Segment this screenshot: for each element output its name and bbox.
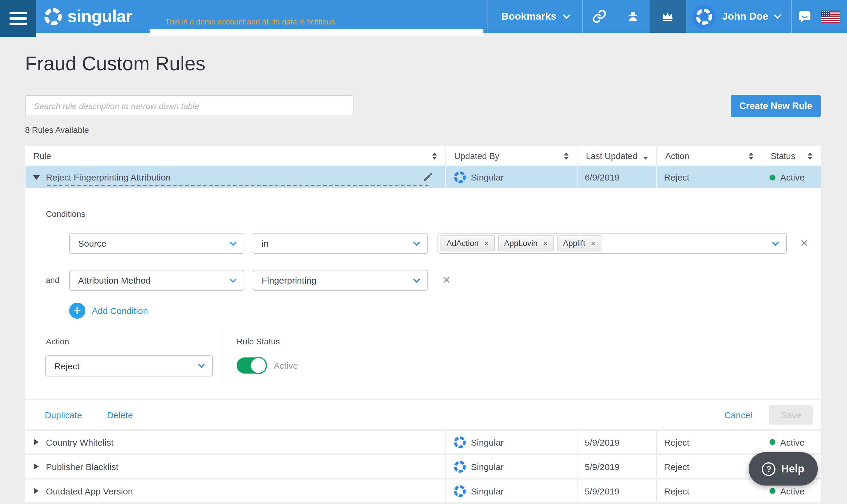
singular-swirl-icon [453,460,467,473]
sort-icon[interactable] [808,152,812,159]
rule-name-cell: Reject Fingerprinting Attribution [25,166,445,188]
tag-applift[interactable]: Applift × [557,235,601,251]
chevron-down-icon [230,276,236,283]
rules-count: 8 Rules Available [25,125,89,134]
tag-label: Applift [563,239,585,248]
link-icon [592,9,607,24]
tag-remove-icon[interactable]: × [484,239,489,247]
sort-icon[interactable] [432,152,437,159]
tag-label: AppLovin [504,239,537,248]
cancel-button[interactable]: Cancel [724,410,752,420]
condition1-operator-select[interactable]: in [253,233,428,254]
rule-name-cell: Publisher Blacklist [25,455,445,478]
header-action-label: Action [665,151,689,161]
header-last-updated[interactable]: Last Updated [577,146,656,166]
sort-desc-icon[interactable] [643,157,648,160]
tracking-links-button[interactable] [583,0,616,33]
header-status-label: Status [771,151,795,161]
tag-adaction[interactable]: AdAction × [441,235,494,251]
rule-row-country-whitelist[interactable]: Country Whitelist Singular 5/9/2019 Reje… [25,431,821,453]
updated-by-value: Singular [471,462,504,471]
singular-swirl-icon [453,484,467,498]
duplicate-button[interactable]: Duplicate [45,410,82,420]
remove-condition1-button[interactable]: ✕ [800,237,809,250]
sort-icon[interactable] [564,152,569,159]
rule-name: Reject Fingerprinting Attribution [46,172,171,182]
search-input[interactable] [25,95,353,116]
fraud-suite-button[interactable] [616,0,649,33]
action-select[interactable]: Reject [45,355,213,377]
action-label: Action [46,337,69,346]
action-cell: Reject [656,431,762,453]
rule-name: Outdated App Version [46,486,133,496]
header-last-updated-label: Last Updated [586,151,637,161]
expand-arrow-icon[interactable] [34,439,39,445]
rule-row-expanded[interactable]: Reject Fingerprinting Attribution Singul… [25,166,821,188]
updated-by-cell: Singular [445,480,577,502]
action-cell: Reject [656,455,762,478]
expand-arrow-icon[interactable] [34,464,39,469]
rule-row-publisher-blacklist[interactable]: Publisher Blacklist Singular 5/9/2019 Re… [25,455,821,478]
header-updated-by[interactable]: Updated By [445,146,577,166]
menu-button[interactable] [0,0,36,37]
rule-editor-panel: Conditions Source in AdAction × AppLovin… [25,188,821,399]
singular-swirl-icon [453,435,467,449]
singular-logo-icon [43,6,63,26]
page-title: Fraud Custom Rules [25,52,205,75]
status-cell: Active [762,166,821,188]
topbar-actions: Bookmarks John Doe [488,0,847,33]
sort-icon[interactable] [749,152,754,159]
tag-remove-icon[interactable]: × [543,239,547,247]
collapse-arrow-icon[interactable] [33,175,40,180]
header-rule[interactable]: Rule [25,146,445,166]
rule-name: Publisher Blacklist [46,462,118,471]
top-navigation-bar: singular This is a demo account and all … [0,0,847,33]
updated-by-value: Singular [471,437,504,447]
condition1-values-multiselect[interactable]: AdAction × AppLovin × Applift × [438,233,787,254]
avatar [692,4,716,28]
chevron-down-icon [772,239,779,246]
updated-by-cell: Singular [445,431,577,453]
rule-status-label: Rule Status [236,337,280,346]
condition2-value: Fingerprinting [262,275,316,285]
rule-name-cell: Outdated App Version [25,480,445,502]
bookmarks-dropdown[interactable]: Bookmarks [488,0,583,33]
status-value: Active [780,437,805,447]
condition2-field-select[interactable]: Attribution Method [69,270,244,291]
condition1-field-select[interactable]: Source [69,233,244,254]
chevron-down-icon [198,361,205,368]
updated-by-value: Singular [471,172,504,182]
language-flag-us[interactable] [822,11,840,22]
action-cell: Reject [656,480,762,502]
save-button[interactable]: Save [769,405,813,425]
spy-icon [625,9,640,23]
rule-status-toggle[interactable] [236,357,266,374]
avatar-swirl-icon [694,7,713,26]
help-button[interactable]: ? Help [749,452,818,486]
delete-button[interactable]: Delete [107,410,133,420]
header-action[interactable]: Action [656,146,762,166]
edit-pencil-icon[interactable] [422,172,433,185]
table-header: Rule Updated By Last Updated Action Stat… [25,146,821,166]
fraud-rules-tab-active[interactable] [649,0,686,33]
tag-applovin[interactable]: AppLovin × [498,235,553,251]
create-new-rule-button[interactable]: Create New Rule [731,95,821,118]
rule-name: Country Whitelist [46,437,113,447]
tag-label: AdAction [446,239,479,248]
user-menu[interactable]: John Doe [686,0,792,33]
tag-remove-icon[interactable]: × [591,239,595,247]
last-updated-cell: 5/9/2019 [577,480,656,502]
question-mark-icon: ? [762,462,776,476]
condition2-value-select[interactable]: Fingerprinting [253,270,428,291]
remove-condition2-button[interactable]: ✕ [442,274,451,287]
rule-row-outdated-app-version[interactable]: Outdated App Version Singular 5/9/2019 R… [25,480,821,502]
add-condition-button[interactable]: + Add Condition [69,303,148,319]
expand-arrow-icon[interactable] [34,488,39,494]
header-status[interactable]: Status [762,146,821,166]
bookmarks-label: Bookmarks [501,11,557,22]
chevron-down-icon [230,239,236,246]
support-chat-button[interactable] [792,0,818,33]
status-value: Active [780,172,805,182]
singular-brand[interactable]: singular [43,0,132,33]
vertical-divider [222,330,222,380]
